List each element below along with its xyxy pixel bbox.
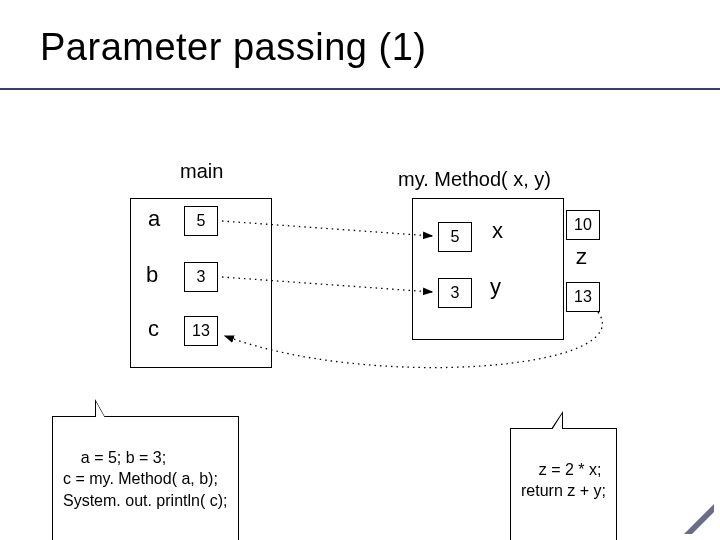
return-cell: 13 [566, 282, 600, 312]
slide-canvas: Parameter passing (1) main my. Method( x… [0, 0, 720, 540]
dogear-corner [684, 504, 714, 534]
var-z-label: z [576, 244, 587, 270]
method-col-header: my. Method( x, y) [398, 168, 551, 191]
var-b-label: b [146, 262, 158, 288]
var-c-label: c [148, 316, 159, 342]
title-underline [0, 88, 720, 90]
var-b-cell: 3 [184, 262, 218, 292]
var-b-value: 3 [184, 262, 218, 292]
return-value: 13 [566, 282, 600, 312]
var-y-cell: 3 [438, 278, 472, 308]
var-x-value: 5 [438, 222, 472, 252]
var-c-value: 13 [184, 316, 218, 346]
var-x-cell: 5 [438, 222, 472, 252]
main-col-header: main [180, 160, 223, 183]
method-code-text: z = 2 * x; return z + y; [521, 461, 606, 500]
var-x-label: x [492, 218, 503, 244]
var-a-label: a [148, 206, 160, 232]
var-z-value: 10 [566, 210, 600, 240]
slide-title: Parameter passing (1) [40, 26, 426, 69]
var-a-value: 5 [184, 206, 218, 236]
main-code-callout: a = 5; b = 3; c = my. Method( a, b); Sys… [52, 416, 239, 540]
var-y-label: y [490, 274, 501, 300]
method-stack-frame [412, 198, 564, 340]
main-code-text: a = 5; b = 3; c = my. Method( a, b); Sys… [63, 449, 228, 509]
var-a-cell: 5 [184, 206, 218, 236]
var-y-value: 3 [438, 278, 472, 308]
var-c-cell: 13 [184, 316, 218, 346]
method-code-callout: z = 2 * x; return z + y; [510, 428, 617, 540]
var-z-cell: 10 [566, 210, 600, 240]
